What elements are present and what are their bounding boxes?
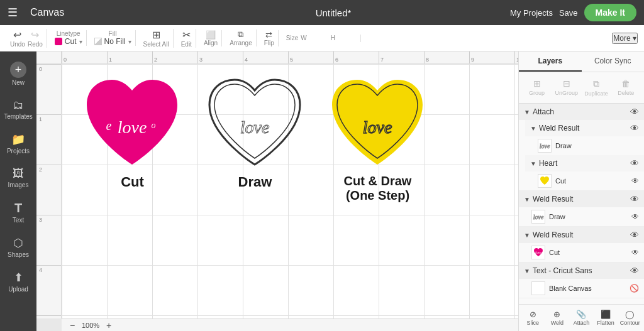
weld2-eye[interactable]: 👁 xyxy=(630,194,639,204)
ruler-v-tick-1: 1 xyxy=(36,114,61,165)
ruler-tick-3: 3 xyxy=(197,52,243,64)
align-button[interactable]: ⬜ Align xyxy=(204,30,218,46)
layer-item-draw[interactable]: love Draw xyxy=(525,136,644,155)
sidebar-item-templates[interactable]: 🗂 Templates xyxy=(0,94,36,125)
svg-text:love: love xyxy=(240,117,270,137)
ungroup-button[interactable]: ⊟ UnGroup xyxy=(552,76,580,99)
ungroup-icon: ⊟ xyxy=(563,79,570,89)
layer-group-attach-header[interactable]: ▼ Attach 👁 xyxy=(519,104,644,120)
heart-eye[interactable]: 👁 xyxy=(630,158,639,168)
group-icon: ⊞ xyxy=(533,79,541,89)
attach-weld-result-header[interactable]: ▼ Weld Result 👁 xyxy=(525,120,644,136)
weld3-arrow: ▼ xyxy=(524,232,530,239)
fill-group: Fill No Fill ▾ xyxy=(91,30,136,46)
layer-item-draw2[interactable]: love Draw 👁 xyxy=(519,207,644,226)
slice-icon: ⊘ xyxy=(530,310,536,319)
ruler-tick-8: 8 xyxy=(424,52,469,64)
layer-group-weld3: ▼ Weld Result 👁 love Cut 👁 xyxy=(519,227,644,263)
layer-item-heart-cut[interactable]: Cut 👁 xyxy=(525,171,644,190)
canvas-bottom: − 100% + xyxy=(62,318,518,331)
flip-button[interactable]: ⇄ Flip xyxy=(264,30,274,46)
layer-item-draw2-eye[interactable]: 👁 xyxy=(631,212,639,221)
arrange-group: ⧉ Arrange xyxy=(226,30,257,46)
cut-label: Cut xyxy=(121,174,144,190)
weld-label: Weld xyxy=(551,320,564,326)
fill-selector[interactable]: Fill No Fill ▾ xyxy=(94,30,131,46)
layer-item-heart-eye[interactable]: 👁 xyxy=(631,176,639,185)
undo-button[interactable]: ↩ Undo xyxy=(10,29,25,48)
weld2-name: Weld Result xyxy=(533,195,628,203)
tab-layers[interactable]: Layers xyxy=(519,52,582,72)
group-button[interactable]: ⊞ Group xyxy=(523,76,551,99)
delete-button[interactable]: 🗑 Delete xyxy=(612,76,640,99)
designs-container: love e o Cut love Draw xyxy=(62,64,518,215)
duplicate-button[interactable]: ⧉ Duplicate xyxy=(582,76,611,99)
ruler-v-tick-4: 4 xyxy=(36,265,61,315)
layer-item-cut3-eye[interactable]: 👁 xyxy=(631,248,639,257)
sidebar-item-text[interactable]: T Text xyxy=(0,196,36,229)
heart-arrow: ▼ xyxy=(530,160,536,167)
flatten-button[interactable]: ⬛ Flatten xyxy=(594,307,618,328)
draw-heart-container[interactable]: love Draw xyxy=(203,77,307,190)
contour-button[interactable]: ◯ Contour xyxy=(618,307,641,328)
ruler-v-ticks: 0 1 2 3 4 5 6 xyxy=(36,64,61,318)
zoom-level: 100% xyxy=(82,322,99,329)
zoom-in-button[interactable]: + xyxy=(103,320,114,331)
weld-result-eye[interactable]: 👁 xyxy=(630,123,639,133)
panel-actions: ⊞ Group ⊟ UnGroup ⧉ Duplicate 🗑 Delete xyxy=(519,72,644,104)
attach-heart-header[interactable]: ▼ Heart 👁 xyxy=(525,155,644,171)
ruler-v-tick-3: 3 xyxy=(36,215,61,265)
linetype-arrow: ▾ xyxy=(79,38,82,45)
layer-item-cut3[interactable]: love Cut 👁 xyxy=(519,243,644,262)
svg-text:love: love xyxy=(540,143,550,149)
sidebar-item-images[interactable]: 🖼 Images xyxy=(0,162,36,193)
duplicate-icon: ⧉ xyxy=(593,79,599,89)
weld3-eye[interactable]: 👁 xyxy=(630,230,639,240)
save-button[interactable]: Save xyxy=(559,8,578,18)
right-panel: Layers Color Sync ⊞ Group ⊟ UnGroup ⧉ Du… xyxy=(518,52,644,331)
sidebar-item-new[interactable]: + New xyxy=(0,57,36,91)
size-inputs: W H xyxy=(301,35,357,42)
sidebar-item-upload[interactable]: ⬆ Upload xyxy=(0,266,36,298)
width-label: W xyxy=(301,35,306,41)
weld-button[interactable]: ⊕ Weld xyxy=(546,307,569,328)
canvas-content[interactable]: love e o Cut love Draw xyxy=(62,64,518,318)
make-it-button[interactable]: Make It xyxy=(584,4,636,21)
arrange-button[interactable]: ⧉ Arrange xyxy=(230,30,252,46)
attach-button[interactable]: 📎 Attach xyxy=(570,307,593,328)
sidebar-item-projects[interactable]: 📁 Projects xyxy=(0,128,36,160)
fill-swatch xyxy=(94,38,102,45)
layers-list: ▼ Attach 👁 ▼ Weld Result 👁 love xyxy=(519,104,644,304)
menu-icon[interactable]: ☰ xyxy=(8,6,18,19)
layer-group-weld3-header[interactable]: ▼ Weld Result 👁 xyxy=(519,227,644,243)
height-label: H xyxy=(331,35,335,41)
select-all-button[interactable]: ⊞ Select All xyxy=(143,29,169,48)
weld-result-arrow: ▼ xyxy=(530,125,536,132)
fill-value: No Fill xyxy=(104,37,126,46)
cut-heart-container[interactable]: love e o Cut xyxy=(80,77,184,190)
yellow-heart-container[interactable]: love Cut & Draw(One Step) xyxy=(326,77,430,203)
height-input[interactable] xyxy=(338,35,357,42)
cut-heart-svg: love e o xyxy=(80,77,184,174)
layer-group-text-header[interactable]: ▼ Text - Cricut Sans 👁 xyxy=(519,263,644,279)
ungroup-label: UnGroup xyxy=(555,90,579,96)
layer-group-weld2-header[interactable]: ▼ Weld Result 👁 xyxy=(519,191,644,207)
my-projects-button[interactable]: My Projects xyxy=(510,8,553,18)
slice-button[interactable]: ⊘ Slice xyxy=(521,307,545,328)
layer-item-blank-eye[interactable]: 🚫 xyxy=(630,284,639,293)
text-eye[interactable]: 👁 xyxy=(630,266,639,276)
layer-item-blank[interactable]: Blank Canvas 🚫 xyxy=(519,279,644,298)
linetype-value: Cut xyxy=(65,37,77,46)
zoom-out-button[interactable]: − xyxy=(67,320,78,331)
ruler-tick-6: 6 xyxy=(333,52,379,64)
width-input[interactable] xyxy=(309,35,328,42)
layer-thumb-blank xyxy=(531,281,545,295)
redo-button[interactable]: ↪ Redo xyxy=(28,29,43,48)
tab-color-sync[interactable]: Color Sync xyxy=(582,52,645,72)
attach-eye[interactable]: 👁 xyxy=(630,107,639,117)
layer-group-weld2: ▼ Weld Result 👁 love Draw 👁 xyxy=(519,191,644,227)
more-button[interactable]: More ▾ xyxy=(612,33,638,44)
linetype-selector[interactable]: Linetype Cut ▾ xyxy=(55,30,82,46)
sidebar-item-shapes[interactable]: ⬡ Shapes xyxy=(0,231,36,263)
edit-button[interactable]: ✂ Edit xyxy=(181,29,192,48)
